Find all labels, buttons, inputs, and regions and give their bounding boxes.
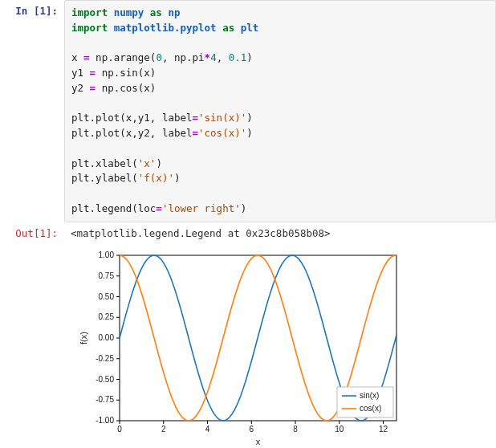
legend-entry: cos(x) (360, 404, 381, 413)
input-prompt: In [1]: (0, 0, 64, 222)
code-token: np (162, 6, 181, 18)
code-token: x (71, 51, 83, 63)
code-token: , (217, 51, 229, 63)
plot-gutter (0, 244, 64, 449)
code-token: numpy (108, 6, 150, 18)
code-token: y2 (71, 82, 90, 94)
code-token: as (222, 22, 234, 34)
svg-text:0.00: 0.00 (99, 333, 115, 342)
code-token: np.cos(x) (96, 82, 156, 94)
output-cell: Out[1]: <matplotlib.legend.Legend at 0x2… (0, 222, 496, 244)
svg-text:6: 6 (250, 425, 254, 434)
svg-text:2: 2 (161, 425, 166, 434)
svg-text:0: 0 (117, 425, 122, 434)
svg-text:0.50: 0.50 (99, 291, 115, 300)
code-token: matplotlib.pyplot (108, 22, 222, 34)
svg-text:8: 8 (293, 425, 298, 434)
code-token: 'f(x)' (138, 172, 174, 184)
code-token: 'sin(x)' (198, 112, 246, 124)
svg-text:-1.00: -1.00 (96, 416, 114, 425)
code-token: plt.plot(x,y1, label (71, 112, 193, 124)
code-token: = (83, 51, 90, 63)
svg-text:0.25: 0.25 (99, 312, 115, 321)
code-token: plt.xlabel( (71, 157, 138, 169)
output-prompt: Out[1]: (0, 222, 64, 244)
code-token: y1 (71, 67, 90, 79)
svg-text:0.75: 0.75 (99, 271, 115, 279)
code-token: 0 (156, 51, 162, 63)
svg-text:x: x (256, 437, 261, 446)
code-token: plt (234, 22, 258, 34)
code-token: np.arange( (90, 51, 157, 63)
input-cell: In [1]: import numpy as np import matplo… (0, 0, 496, 222)
svg-text:f(x): f(x) (79, 332, 88, 344)
code-token: , np.pi (162, 51, 205, 63)
code-token: ) (241, 202, 247, 214)
line-chart: 024681012-1.00-0.75-0.50-0.250.000.250.5… (75, 247, 405, 448)
plot-output: 024681012-1.00-0.75-0.50-0.250.000.250.5… (0, 244, 496, 449)
code-token: ) (156, 157, 162, 169)
code-token: = (193, 127, 199, 139)
code-token: import (71, 22, 108, 34)
code-token: np.sin(x) (96, 67, 156, 79)
code-token: plt.ylabel( (71, 172, 138, 184)
svg-text:10: 10 (335, 425, 344, 434)
svg-text:-0.50: -0.50 (96, 374, 114, 383)
svg-text:-0.75: -0.75 (96, 395, 114, 404)
code-token: 0.1 (229, 51, 247, 63)
svg-text:12: 12 (379, 425, 388, 434)
code-token: 'cos(x)' (198, 127, 246, 139)
code-token: 'x' (138, 157, 157, 169)
plot-holder: 024681012-1.00-0.75-0.50-0.250.000.250.5… (64, 244, 496, 449)
code-token: = (90, 67, 96, 79)
code-token: import (71, 6, 108, 18)
svg-text:4: 4 (205, 425, 210, 434)
code-token: 'lower right' (162, 202, 241, 214)
code-token: ) (246, 51, 253, 63)
code-token: plt.plot(x,y2, label (71, 127, 193, 139)
code-token: 4 (210, 51, 217, 63)
code-token: plt.legend(loc (71, 202, 156, 214)
code-token: as (150, 6, 162, 18)
code-editor[interactable]: import numpy as np import matplotlib.pyp… (64, 0, 496, 222)
code-token: ) (246, 112, 253, 124)
code-token: ) (246, 127, 253, 139)
code-token: = (90, 82, 96, 94)
output-text: <matplotlib.legend.Legend at 0x23c8b058b… (64, 222, 496, 244)
code-token: * (205, 51, 211, 63)
legend-entry: sin(x) (360, 391, 379, 400)
code-token: ) (174, 172, 181, 184)
svg-text:-0.25: -0.25 (96, 353, 114, 362)
code-token: = (156, 202, 162, 214)
svg-text:1.00: 1.00 (99, 250, 115, 259)
code-token: = (193, 112, 199, 124)
